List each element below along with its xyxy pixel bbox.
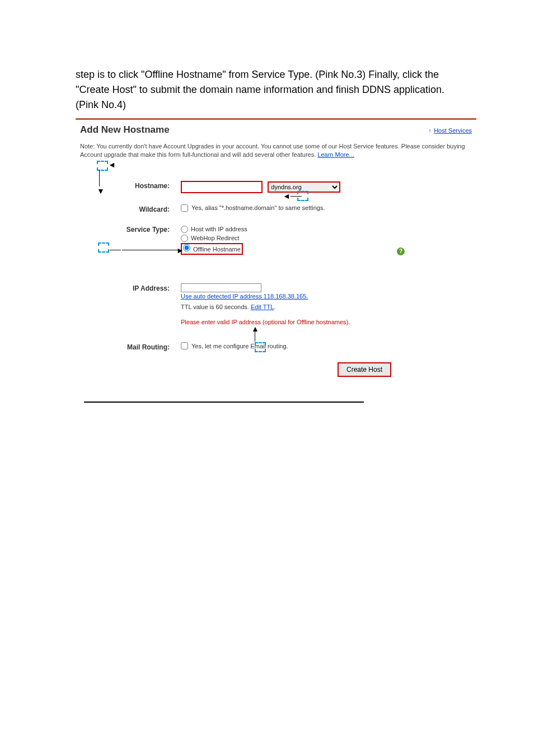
screenshot-panel: Add New Hostname ↑ Host Services Note: Y… bbox=[76, 118, 476, 390]
radio-offline[interactable] bbox=[183, 244, 190, 251]
annotation-arrowhead-4: ▲ bbox=[251, 324, 259, 333]
ttl-text: TTL value is 60 seconds. bbox=[181, 304, 251, 310]
annotation-marker-1 bbox=[97, 161, 108, 171]
mail-routing-text: Yes, let me configure Email routing. bbox=[191, 343, 288, 349]
annotation-arrowhead-3: ► bbox=[176, 246, 184, 255]
account-note: Note: You currently don't have Account U… bbox=[80, 142, 472, 160]
annotation-arrowhead-1: ▼ bbox=[97, 186, 105, 195]
create-host-button[interactable]: Create Host bbox=[338, 362, 391, 377]
mail-routing-label: Mail Routing: bbox=[80, 342, 181, 351]
service-type-label: Service Type: bbox=[80, 225, 181, 234]
radio-webhop[interactable] bbox=[181, 235, 188, 242]
wildcard-checkbox[interactable] bbox=[181, 204, 188, 212]
annotation-marker-4 bbox=[255, 342, 266, 352]
page-title: Add New Hostname bbox=[80, 124, 170, 136]
annotation-arrow-3a: ── bbox=[110, 245, 121, 254]
annotation-arrow-2: ◄── bbox=[283, 192, 302, 200]
annotation-line-3 bbox=[122, 250, 178, 250]
wildcard-text: Yes, alias "*.hostname.domain" to same s… bbox=[191, 204, 325, 211]
ip-address-label: IP Address: bbox=[80, 283, 181, 292]
radio-host-ip-label: Host with IP address bbox=[191, 225, 247, 234]
annotation-line-1 bbox=[99, 170, 100, 186]
footer-divider bbox=[84, 402, 364, 403]
ip-address-input[interactable] bbox=[181, 283, 261, 292]
radio-webhop-label: WebHop Redirect bbox=[191, 234, 240, 243]
up-arrow-icon: ↑ bbox=[428, 127, 432, 134]
wildcard-label: Wildcard: bbox=[80, 204, 181, 213]
instruction-text: step is to click "Offline Hostname" from… bbox=[76, 67, 458, 113]
learn-more-link[interactable]: Learn More... bbox=[317, 151, 354, 158]
hostname-input[interactable] bbox=[181, 181, 263, 193]
radio-offline-label: Offline Hostname bbox=[193, 246, 241, 253]
radio-host-ip[interactable] bbox=[181, 226, 188, 233]
mail-routing-checkbox[interactable] bbox=[181, 342, 188, 349]
annotation-arrow-1: ◄ bbox=[108, 160, 116, 169]
ip-error-text: Please enter valid IP address (optional … bbox=[181, 318, 472, 326]
annotation-marker-3 bbox=[98, 242, 109, 253]
edit-ttl-link[interactable]: Edit TTL bbox=[251, 304, 274, 310]
hostname-label: Hostname: bbox=[80, 181, 181, 190]
auto-detect-ip-link[interactable]: Use auto detected IP address 118.168.38.… bbox=[181, 293, 308, 300]
host-services-link[interactable]: Host Services bbox=[434, 127, 472, 134]
help-icon[interactable]: ? bbox=[397, 248, 405, 255]
